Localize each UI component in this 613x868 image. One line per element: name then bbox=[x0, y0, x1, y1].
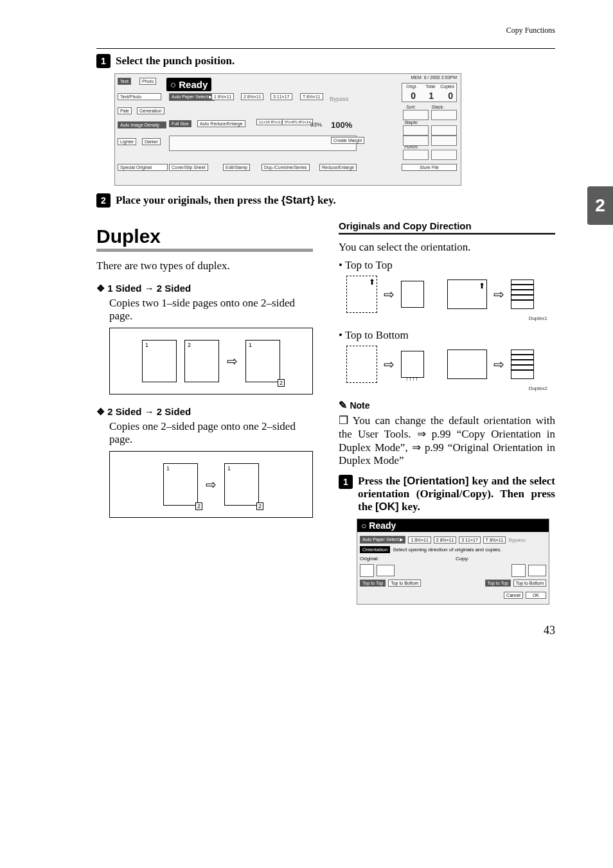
btn-edit-stamp[interactable]: Edit/Stamp bbox=[223, 164, 250, 171]
lcd2-orientation-hint: Select opening direction of originals an… bbox=[393, 547, 501, 553]
origl-label: Origl. bbox=[406, 84, 417, 89]
btn-reduce-enlarge[interactable]: Reduce/Enlarge bbox=[319, 164, 357, 171]
ratio-value: 93% bbox=[310, 121, 322, 128]
origl-value: 0 bbox=[411, 91, 416, 101]
tray-3[interactable]: 3 11×17 bbox=[271, 93, 292, 100]
copies-label: Copies bbox=[440, 84, 454, 89]
tab-text[interactable]: Text bbox=[118, 78, 131, 85]
book-flip-icon: ↑↑↑↑ bbox=[401, 351, 424, 378]
step-number-2: 2 bbox=[96, 193, 111, 208]
step-number-1: 1 bbox=[96, 54, 111, 68]
stack-label: Stack: bbox=[432, 105, 444, 109]
lcd-screenshot-punch: ○ Ready Text Photo Text/Photo Pale Gener… bbox=[114, 73, 461, 186]
tab-generation[interactable]: Generation bbox=[137, 107, 164, 114]
btn-special-original[interactable]: Special Original bbox=[118, 164, 168, 171]
orientation-up-icon: ⬆ bbox=[479, 281, 485, 291]
pages-icon bbox=[511, 279, 534, 309]
lcd2-ready: ○ Ready bbox=[357, 519, 549, 532]
arrow-right-icon: ⇨ bbox=[493, 357, 504, 372]
mode-2-desc: Copies one 2–sided page onto one 2–sided… bbox=[109, 420, 313, 446]
arrow-right-icon: ⇨ bbox=[384, 357, 395, 372]
orientation-step-text: Press the [Orientation] key and the sele… bbox=[358, 475, 555, 513]
icon-portrait[interactable] bbox=[511, 564, 526, 577]
btn-cancel[interactable]: Cancel bbox=[504, 592, 523, 599]
btn-orig-top-to-top[interactable]: Top to Top bbox=[360, 580, 386, 587]
btn-copy-top-to-top[interactable]: Top to Top bbox=[485, 580, 511, 587]
lcd2-tray2[interactable]: 2 8½×11 bbox=[434, 536, 456, 544]
btn-auto-paper-select[interactable]: Auto Paper Select ▶ bbox=[169, 93, 215, 101]
direction-underline bbox=[339, 233, 555, 235]
lcd-screenshot-orientation: ○ Ready Auto Paper Select ▶ 1 8½×11 2 8½… bbox=[357, 518, 549, 605]
caption-duplex1: Duplex1 bbox=[339, 315, 547, 321]
btn-dup-combine-series[interactable]: Dup./Combine/Series bbox=[262, 164, 310, 171]
mode-1-desc: Copies two 1–side pages onto one 2–sided… bbox=[109, 297, 313, 323]
lcd2-copy-label: Copy: bbox=[456, 556, 469, 562]
option-top-to-bottom: Top to Bottom bbox=[339, 329, 555, 342]
btn-create-margin[interactable]: Create Margin bbox=[331, 137, 364, 144]
arrow-right-icon: ⇨ bbox=[384, 287, 395, 302]
step-1-text: Select the punch position. bbox=[116, 55, 235, 67]
copies-value: 0 bbox=[448, 91, 453, 101]
lcd2-bypass: Bypass bbox=[508, 537, 525, 543]
btn-auto-reduce-enlarge[interactable]: Auto Reduce/Enlarge bbox=[197, 120, 245, 127]
tray-2[interactable]: 2 8½×11 bbox=[241, 93, 263, 100]
icon-portrait[interactable] bbox=[360, 564, 374, 577]
note-body: You can change the default orientation w… bbox=[339, 414, 555, 467]
pages-flip-icon bbox=[511, 350, 534, 379]
page-number: 43 bbox=[96, 624, 555, 637]
arrow-right-icon: ⇨ bbox=[493, 287, 504, 302]
lcd2-trayt[interactable]: T 8½×11 bbox=[483, 536, 506, 544]
btn-cover-slip-sheet[interactable]: Cover/Slip Sheet bbox=[169, 164, 208, 171]
top-to-top-diagram: ⬆ ⇨ ⬆ ⇨ bbox=[346, 276, 555, 313]
datetime: MEM 8 / 2002 2:03PM bbox=[411, 75, 457, 80]
mode-2-diagram: 1 2 ⇨ 1 2 bbox=[109, 451, 313, 518]
arrow-right-icon: ⇨ bbox=[206, 477, 217, 492]
section-underline bbox=[96, 249, 313, 252]
preset-ratio-2[interactable]: 5½×8½ 8½×14 bbox=[282, 119, 313, 125]
btn-auto-image-density[interactable]: Auto Image Density bbox=[118, 121, 166, 128]
tab-photo[interactable]: Photo bbox=[139, 78, 156, 85]
direction-intro: You can select the orientation. bbox=[339, 241, 555, 254]
sort-label: Sort: bbox=[406, 105, 416, 109]
book-portrait-icon bbox=[401, 281, 424, 308]
lcd2-auto-paper[interactable]: Auto Paper Select ▶ bbox=[360, 536, 405, 544]
tray-t[interactable]: T 8½×11 bbox=[300, 93, 323, 100]
magnification: 100% bbox=[331, 120, 352, 130]
total-label: Total bbox=[425, 84, 435, 89]
btn-ok[interactable]: OK bbox=[526, 592, 546, 599]
icon-landscape[interactable] bbox=[377, 565, 395, 576]
duplex-heading: Duplex bbox=[96, 226, 313, 247]
note-heading: Note bbox=[339, 399, 555, 411]
direction-heading: Originals and Copy Direction bbox=[339, 220, 555, 231]
btn-copy-top-to-bottom[interactable]: Top to Bottom bbox=[513, 580, 546, 587]
btn-store-file[interactable]: Store File bbox=[402, 164, 457, 171]
preset-ratio-1[interactable]: 11×15 8½×11 bbox=[256, 119, 285, 125]
tab-text-photo[interactable]: Text/Photo bbox=[118, 93, 161, 100]
mode-2-title: 2 Sided → 2 Sided bbox=[96, 406, 313, 418]
step-2-text: Place your originals, then press the {St… bbox=[116, 194, 336, 207]
lcd2-orientation-label: Orientation bbox=[360, 546, 390, 553]
arrow-right-icon: ⇨ bbox=[227, 353, 238, 369]
duplex-intro: There are two types of duplex. bbox=[96, 260, 313, 272]
total-value: 1 bbox=[429, 91, 434, 101]
caption-duplex2: Duplex2 bbox=[339, 385, 547, 391]
btn-lighter[interactable]: Lighter bbox=[118, 138, 136, 145]
step-number-1b: 1 bbox=[339, 475, 353, 489]
mode-1-diagram: 1 2 ⇨ 1 2 bbox=[109, 328, 313, 394]
header-rule bbox=[96, 48, 555, 49]
btn-darker[interactable]: Darker bbox=[142, 138, 161, 145]
icon-landscape[interactable] bbox=[528, 565, 546, 576]
lcd-ready-label: ○ Ready bbox=[166, 78, 211, 91]
orientation-up-icon: ⬆ bbox=[369, 278, 375, 287]
lcd2-original-label: Original: bbox=[360, 556, 453, 562]
tray-1[interactable]: 1 8½×11 bbox=[211, 93, 234, 100]
top-to-bottom-diagram: ⇨ ↑↑↑↑ ⇨ bbox=[346, 346, 555, 383]
btn-orig-top-to-bottom[interactable]: Top to Bottom bbox=[388, 580, 421, 587]
lcd2-tray3[interactable]: 3 11×17 bbox=[459, 536, 481, 544]
header-section: Copy Functions bbox=[96, 26, 555, 35]
lcd2-tray1[interactable]: 1 8½×11 bbox=[408, 536, 431, 544]
tab-pale[interactable]: Pale bbox=[118, 107, 132, 114]
option-top-to-top: Top to Top bbox=[339, 259, 555, 272]
mode-1-title: 1 Sided → 2 Sided bbox=[96, 283, 313, 294]
btn-full-size[interactable]: Full Size bbox=[169, 120, 191, 127]
